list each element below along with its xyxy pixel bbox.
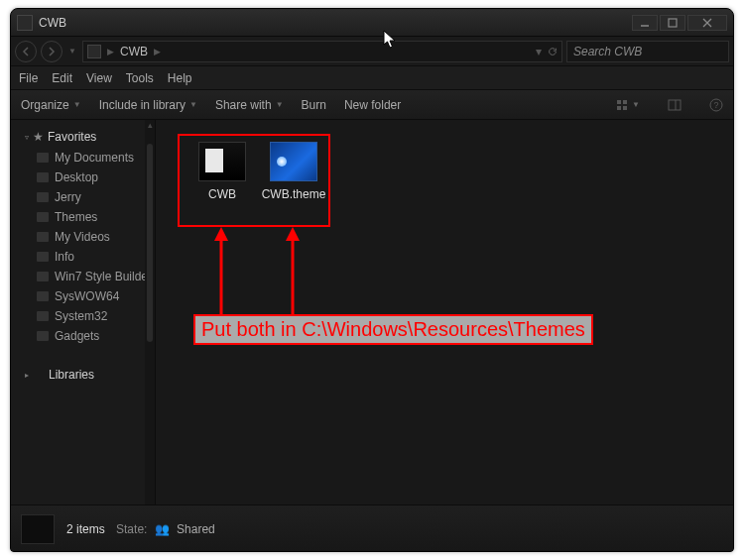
sidebar-item[interactable]: Gadgets xyxy=(19,326,153,346)
annotation-arrow xyxy=(283,227,303,314)
address-bar[interactable]: ▶ CWB ▶ ▾ xyxy=(82,41,562,62)
svg-rect-9 xyxy=(623,106,627,110)
favorites-label: Favorites xyxy=(48,130,96,144)
sidebar-item[interactable]: My Documents xyxy=(19,148,153,168)
svg-rect-8 xyxy=(617,106,621,110)
file-item-folder[interactable]: CWB xyxy=(186,142,259,201)
command-bar: Organize▼ Include in library▼ Share with… xyxy=(11,90,733,120)
chevron-right-icon: ▶ xyxy=(107,47,114,56)
app-icon xyxy=(17,15,33,31)
preview-pane-button[interactable] xyxy=(668,98,682,112)
back-button[interactable] xyxy=(15,41,37,62)
state-value: Shared xyxy=(177,522,215,536)
navigation-bar: ▼ ▶ CWB ▶ ▾ xyxy=(11,37,733,66)
window-title: CWB xyxy=(39,16,66,30)
state-label: State: xyxy=(116,522,147,536)
folder-icon xyxy=(37,232,49,242)
selection-icon xyxy=(21,514,55,544)
sidebar-item[interactable]: Win7 Style Builder xyxy=(19,267,153,286)
sidebar-item[interactable]: My Videos xyxy=(19,227,153,247)
body: ▿ ★ Favorites My Documents Desktop Jerry… xyxy=(11,120,733,504)
menu-help[interactable]: Help xyxy=(168,71,192,85)
scrollbar-thumb[interactable] xyxy=(147,144,153,342)
menu-edit[interactable]: Edit xyxy=(52,71,72,85)
annotation-text: Put both in C:\Windows\Resources\Themes xyxy=(193,314,593,345)
sidebar-item[interactable]: Desktop xyxy=(19,168,153,187)
sidebar-item[interactable]: Themes xyxy=(19,207,153,227)
chevron-down-icon[interactable]: ▾ xyxy=(536,45,542,58)
folder-icon xyxy=(37,212,49,222)
svg-marker-17 xyxy=(286,227,300,241)
libraries-label: Libraries xyxy=(49,368,94,382)
star-icon: ★ xyxy=(33,130,44,144)
forward-button[interactable] xyxy=(41,41,62,62)
theme-file-icon xyxy=(270,142,317,181)
include-in-library-button[interactable]: Include in library▼ xyxy=(99,98,197,112)
refresh-icon[interactable] xyxy=(548,47,558,56)
collapse-icon[interactable]: ▿ xyxy=(25,133,29,142)
titlebar[interactable]: CWB xyxy=(11,9,733,37)
svg-rect-7 xyxy=(623,100,627,104)
sidebar-item[interactable]: System32 xyxy=(19,306,153,326)
folder-icon xyxy=(37,192,49,202)
folder-icon xyxy=(37,291,49,301)
sidebar-item[interactable]: SysWOW64 xyxy=(19,286,153,306)
organize-button[interactable]: Organize▼ xyxy=(21,98,81,112)
svg-rect-1 xyxy=(669,19,677,27)
shared-icon: 👥 xyxy=(155,522,170,536)
expand-icon[interactable]: ▸ xyxy=(25,371,29,380)
explorer-window: CWB ▼ ▶ CWB ▶ ▾ xyxy=(10,8,734,552)
sidebar-group-libraries[interactable]: ▸ Libraries xyxy=(19,364,153,386)
menu-file[interactable]: File xyxy=(19,71,38,85)
file-label: CWB xyxy=(186,187,259,201)
file-item-theme[interactable]: CWB.theme xyxy=(257,142,330,201)
breadcrumb-current[interactable]: CWB xyxy=(120,45,148,58)
libraries-icon xyxy=(33,370,45,380)
sidebar-item[interactable]: Jerry xyxy=(19,187,153,207)
sidebar-group-favorites[interactable]: ▿ ★ Favorites xyxy=(19,126,153,148)
search-box[interactable] xyxy=(566,41,729,62)
menu-tools[interactable]: Tools xyxy=(126,71,154,85)
close-button[interactable] xyxy=(687,15,727,31)
svg-rect-6 xyxy=(617,100,621,104)
menu-bar: File Edit View Tools Help xyxy=(11,66,733,90)
minimize-button[interactable] xyxy=(632,15,658,31)
nav-history-dropdown[interactable]: ▼ xyxy=(66,42,78,61)
help-button[interactable]: ? xyxy=(709,98,723,112)
svg-rect-10 xyxy=(669,100,681,110)
folder-icon xyxy=(37,331,49,341)
svg-text:?: ? xyxy=(713,100,718,110)
sidebar-scrollbar[interactable]: ▴ xyxy=(145,120,155,504)
folder-icon xyxy=(37,153,49,163)
folder-icon xyxy=(37,252,49,262)
new-folder-button[interactable]: New folder xyxy=(344,98,401,112)
menu-view[interactable]: View xyxy=(86,71,112,85)
burn-button[interactable]: Burn xyxy=(302,98,326,112)
folder-icon xyxy=(198,142,246,181)
share-with-button[interactable]: Share with▼ xyxy=(215,98,284,112)
annotation-arrow xyxy=(211,227,231,314)
file-list[interactable]: CWB CWB.theme Put both in C:\Windows\Res… xyxy=(156,120,733,504)
folder-icon xyxy=(37,311,49,321)
folder-icon xyxy=(37,272,49,281)
search-input[interactable] xyxy=(573,45,722,58)
sidebar-item[interactable]: Info xyxy=(19,247,153,267)
folder-icon xyxy=(37,172,49,182)
item-count: 2 items xyxy=(66,522,105,536)
details-pane: 2 items State: 👥 Shared xyxy=(11,504,733,552)
svg-marker-15 xyxy=(214,227,228,241)
location-icon xyxy=(87,45,101,58)
maximize-button[interactable] xyxy=(660,15,685,31)
view-options-button[interactable]: ▼ xyxy=(616,98,640,112)
file-label: CWB.theme xyxy=(257,187,330,201)
chevron-right-icon: ▶ xyxy=(154,47,161,56)
navigation-pane[interactable]: ▿ ★ Favorites My Documents Desktop Jerry… xyxy=(11,120,156,504)
